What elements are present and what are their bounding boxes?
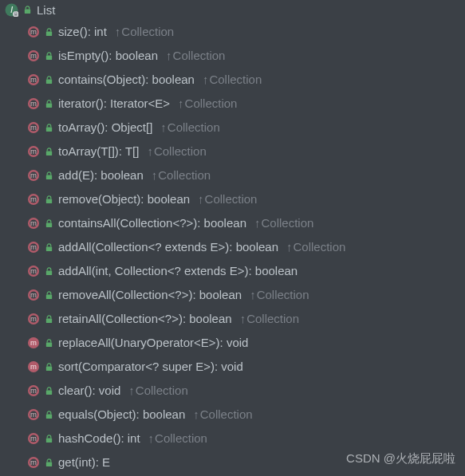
method-row[interactable]: contains(Object): boolean↑Collection	[0, 68, 465, 92]
method-row[interactable]: replaceAll(UnaryOperator<E>): void	[0, 331, 465, 355]
up-arrow-icon: ↑	[240, 312, 246, 325]
lock-icon	[45, 435, 53, 443]
method-signature: sort(Comparator<? super E>): void	[58, 358, 243, 376]
method-row[interactable]: equals(Object): boolean↑Collection	[0, 403, 465, 427]
method-icon	[27, 49, 40, 62]
method-icon	[27, 145, 40, 158]
method-signature: remove(Object): boolean	[58, 191, 190, 208]
type-header[interactable]: List	[0, 0, 465, 20]
lock-icon	[45, 100, 53, 108]
method-icon	[27, 97, 40, 110]
method-row[interactable]: iterator(): Iterator<E>↑Collection	[0, 92, 465, 116]
method-icon	[27, 217, 40, 230]
lock-icon	[45, 458, 53, 467]
method-icon	[27, 313, 40, 325]
inherited-from: ↑Collection	[203, 71, 262, 89]
method-signature: removeAll(Collection<?>): boolean	[58, 286, 242, 304]
inherited-from: ↑Collection	[240, 310, 299, 328]
method-signature: add(E): boolean	[58, 167, 144, 184]
method-signature: containsAll(Collection<?>): boolean	[58, 214, 246, 232]
lock-icon	[45, 411, 53, 419]
method-signature: isEmpty(): boolean	[58, 47, 158, 65]
method-signature: hashCode(): int	[58, 430, 140, 447]
method-signature: retainAll(Collection<?>): boolean	[58, 310, 232, 328]
method-row[interactable]: hashCode(): int↑Collection	[0, 427, 465, 450]
lock-icon	[23, 6, 32, 14]
lock-icon	[45, 315, 53, 324]
method-signature: equals(Object): boolean	[58, 406, 185, 423]
lock-icon	[45, 76, 53, 85]
method-icon	[27, 193, 40, 206]
inherited-from: ↑Collection	[178, 95, 237, 112]
method-signature: addAll(int, Collection<? extends E>): bo…	[58, 262, 298, 280]
method-row[interactable]: addAll(Collection<? extends E>): boolean…	[0, 235, 465, 259]
method-row[interactable]: sort(Comparator<? super E>): void	[0, 355, 465, 379]
method-row[interactable]: removeAll(Collection<?>): boolean↑Collec…	[0, 283, 465, 307]
inherited-from: ↑Collection	[166, 47, 225, 65]
method-icon	[27, 289, 40, 301]
method-signature: clear(): void	[58, 382, 120, 399]
method-signature: iterator(): Iterator<E>	[58, 95, 170, 112]
method-icon	[27, 384, 40, 397]
up-arrow-icon: ↑	[166, 49, 172, 62]
method-icon	[27, 265, 40, 277]
lock-icon	[45, 387, 53, 395]
lock-icon	[45, 267, 53, 276]
lock-icon	[45, 291, 53, 300]
method-row[interactable]: retainAll(Collection<?>): boolean↑Collec…	[0, 307, 465, 331]
type-title: List	[37, 3, 55, 17]
method-signature: toArray(T[]): T[]	[58, 143, 139, 160]
lock-icon	[45, 243, 53, 252]
inherited-from: ↑Collection	[152, 167, 211, 184]
method-icon	[27, 121, 40, 134]
method-icon	[27, 73, 40, 86]
up-arrow-icon: ↑	[198, 192, 204, 206]
method-signature: size(): int	[58, 23, 107, 41]
lock-icon	[45, 195, 53, 204]
method-row[interactable]: size(): int↑Collection	[0, 20, 465, 44]
method-icon	[27, 336, 40, 349]
method-icon	[27, 432, 40, 445]
method-row[interactable]: containsAll(Collection<?>): boolean↑Coll…	[0, 211, 465, 235]
up-arrow-icon: ↑	[193, 407, 199, 421]
up-arrow-icon: ↑	[203, 73, 209, 86]
method-icon	[27, 408, 40, 421]
inherited-from: ↑Collection	[193, 406, 252, 423]
inherited-from: ↑Collection	[148, 430, 207, 447]
lock-icon	[45, 52, 53, 61]
method-signature: addAll(Collection<? extends E>): boolean	[58, 238, 278, 256]
method-row[interactable]: add(E): boolean↑Collection	[0, 163, 465, 187]
method-icon	[27, 360, 40, 373]
method-signature: toArray(): Object[]	[58, 119, 152, 136]
method-row[interactable]: isEmpty(): boolean↑Collection	[0, 44, 465, 68]
up-arrow-icon: ↑	[286, 240, 293, 254]
method-row[interactable]: toArray(): Object[]↑Collection	[0, 116, 465, 140]
method-icon	[27, 169, 40, 182]
inherited-from: ↑Collection	[198, 191, 257, 208]
inherited-from: ↑Collection	[160, 119, 219, 136]
up-arrow-icon: ↑	[178, 96, 184, 110]
lock-icon	[45, 28, 53, 37]
lock-icon	[45, 148, 53, 156]
method-row[interactable]: addAll(int, Collection<? extends E>): bo…	[0, 259, 465, 283]
up-arrow-icon: ↑	[128, 384, 135, 397]
method-row[interactable]: toArray(T[]): T[]↑Collection	[0, 140, 465, 163]
up-arrow-icon: ↑	[160, 120, 167, 134]
inherited-from: ↑Collection	[115, 23, 174, 41]
inherited-from: ↑Collection	[254, 214, 313, 232]
up-arrow-icon: ↑	[250, 288, 256, 301]
method-row[interactable]: get(int): E	[0, 450, 465, 474]
method-row[interactable]: remove(Object): boolean↑Collection	[0, 187, 465, 211]
inherited-from: ↑Collection	[250, 286, 309, 304]
lock-icon	[45, 219, 53, 228]
lock-icon	[45, 363, 53, 372]
up-arrow-icon: ↑	[152, 168, 158, 182]
lock-icon	[45, 339, 53, 348]
method-signature: get(int): E	[58, 454, 110, 471]
method-row[interactable]: clear(): void↑Collection	[0, 379, 465, 403]
method-signature: contains(Object): boolean	[58, 71, 195, 89]
method-icon	[27, 241, 40, 254]
lock-icon	[45, 171, 53, 180]
inherited-from: ↑Collection	[128, 382, 187, 399]
up-arrow-icon: ↑	[148, 431, 155, 445]
